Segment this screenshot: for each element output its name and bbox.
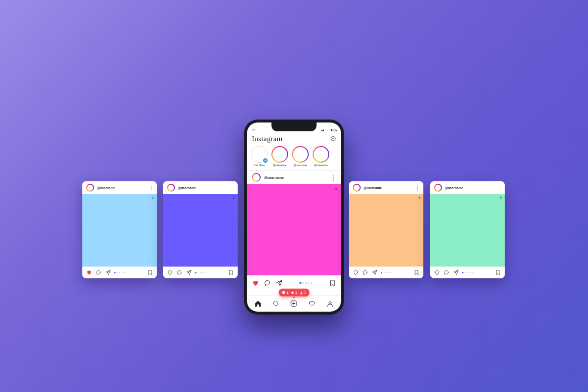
card-username[interactable]: @username	[364, 186, 382, 190]
card-username[interactable]: @username	[97, 186, 115, 190]
svg-point-0	[273, 301, 278, 306]
card-avatar[interactable]	[86, 184, 94, 192]
story-avatar: +	[251, 146, 268, 163]
svg-point-2	[329, 301, 331, 304]
like-icon[interactable]	[353, 270, 359, 275]
post-header: @username ⋯	[247, 171, 341, 184]
carousel-dots	[299, 282, 312, 284]
card-username[interactable]: @username	[445, 186, 463, 190]
wifi-icon	[326, 129, 330, 131]
add-story-icon: +	[263, 158, 268, 163]
card-actions	[163, 267, 238, 278]
story-avatar	[271, 146, 288, 163]
story-item[interactable]: @username	[313, 146, 329, 167]
tab-home-icon[interactable]	[254, 300, 262, 307]
notif-comments: 1	[282, 291, 289, 294]
like-icon[interactable]	[252, 279, 259, 287]
stories-row[interactable]: +Your Story@username@username@username	[247, 145, 341, 171]
story-avatar	[313, 146, 329, 163]
post-card: @username⋯4	[349, 181, 423, 278]
like-icon[interactable]	[434, 270, 440, 275]
card-header: @username⋯	[430, 181, 505, 194]
card-image[interactable]: 2	[163, 194, 238, 267]
card-more-icon[interactable]: ⋯	[414, 185, 420, 190]
story-label: @username	[294, 164, 307, 167]
bookmark-icon[interactable]	[147, 270, 153, 275]
story-label: @username	[314, 164, 327, 167]
card-image[interactable]: 5	[430, 194, 505, 267]
app-logo[interactable]: Instagram	[252, 135, 283, 143]
card-actions	[430, 267, 505, 278]
app-header: Instagram	[247, 132, 341, 145]
card-header: @username⋯	[163, 181, 238, 194]
card-avatar[interactable]	[353, 184, 361, 192]
card-username[interactable]: @username	[178, 186, 196, 190]
tab-create-icon[interactable]	[290, 300, 297, 307]
bookmark-icon[interactable]	[495, 270, 501, 275]
comment-icon[interactable]	[96, 270, 101, 275]
carousel-index: 2	[233, 196, 235, 199]
like-icon[interactable]	[167, 270, 173, 275]
card-actions	[349, 267, 423, 278]
story-item[interactable]: @username	[292, 146, 309, 167]
share-icon[interactable]	[371, 270, 377, 275]
comment-icon[interactable]	[362, 270, 368, 275]
post-more-icon[interactable]: ⋯	[330, 174, 337, 180]
phone-frame: ••• Instagram +Your Story@username@usern…	[244, 120, 344, 315]
card-header: @username⋯	[349, 181, 423, 194]
share-icon[interactable]	[453, 270, 459, 275]
bookmark-icon[interactable]	[329, 279, 336, 287]
carousel-dots	[381, 272, 392, 273]
post-card: @username⋯2	[163, 181, 238, 278]
post-card: @username⋯5	[430, 181, 505, 278]
story-item[interactable]: @username	[271, 146, 288, 167]
card-more-icon[interactable]: ⋯	[495, 185, 502, 190]
like-icon[interactable]	[86, 270, 92, 275]
post-card: @username⋯1	[82, 181, 157, 278]
tab-activity-icon[interactable]	[308, 300, 316, 307]
card-actions	[82, 267, 157, 278]
share-icon[interactable]	[275, 279, 283, 287]
card-image[interactable]: 4	[349, 194, 423, 267]
comment-icon[interactable]	[176, 270, 182, 275]
status-time: •••	[252, 128, 255, 131]
comment-icon[interactable]	[264, 279, 271, 287]
phone-screen: ••• Instagram +Your Story@username@usern…	[247, 122, 341, 312]
notification-bubble[interactable]: 1 1 1	[279, 289, 310, 296]
card-more-icon[interactable]: ⋯	[147, 185, 154, 190]
carousel-dots	[195, 272, 206, 273]
share-icon[interactable]	[105, 270, 111, 275]
carousel-index: 5	[500, 196, 502, 199]
story-label: Your Story	[253, 164, 265, 167]
card-avatar[interactable]	[434, 184, 442, 192]
share-icon[interactable]	[186, 270, 192, 275]
tab-search-icon[interactable]	[272, 300, 280, 307]
carousel-index: 4	[418, 196, 420, 199]
carousel-dots	[462, 272, 473, 273]
feed-post: @username ⋯ 3	[247, 171, 341, 295]
notif-follows: 1	[299, 291, 306, 294]
card-avatar[interactable]	[167, 184, 175, 192]
card-image[interactable]: 1	[82, 194, 157, 267]
story-label: @username	[273, 164, 286, 167]
stage: ••• Instagram +Your Story@username@usern…	[0, 0, 588, 392]
card-more-icon[interactable]: ⋯	[228, 185, 235, 190]
carousel-dots	[114, 272, 125, 273]
post-actions	[247, 275, 341, 290]
messenger-icon[interactable]	[330, 136, 336, 142]
notif-likes: 1	[291, 291, 297, 294]
post-username[interactable]: @username	[264, 176, 284, 179]
bookmark-icon[interactable]	[414, 270, 419, 275]
comment-icon[interactable]	[443, 270, 449, 275]
status-indicators	[320, 129, 336, 131]
card-header: @username⋯	[82, 181, 157, 194]
tab-profile-icon[interactable]	[326, 300, 334, 307]
story-item[interactable]: +Your Story	[251, 146, 268, 167]
story-avatar	[292, 146, 309, 163]
post-image[interactable]: 3	[247, 184, 341, 275]
signal-icon	[320, 129, 324, 131]
carousel-index: 3	[335, 187, 337, 191]
bookmark-icon[interactable]	[228, 270, 234, 275]
post-avatar[interactable]	[252, 173, 261, 182]
carousel-index: 1	[152, 196, 154, 199]
